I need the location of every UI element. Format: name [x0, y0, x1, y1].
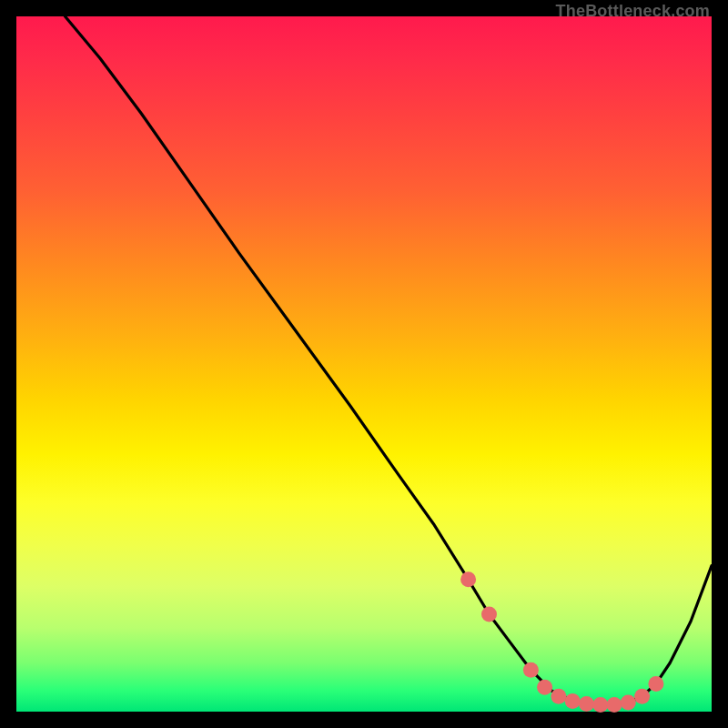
chart-canvas: TheBottleneck.com: [0, 0, 728, 728]
data-dot: [460, 571, 476, 587]
data-dot: [523, 662, 539, 678]
curve-overlay: [16, 16, 712, 712]
data-dot: [607, 697, 622, 713]
data-dot: [537, 680, 552, 695]
data-point-dots: [460, 571, 663, 713]
data-dot: [592, 697, 608, 713]
bottleneck-curve: [66, 16, 713, 704]
data-dot: [621, 695, 636, 711]
data-dot: [648, 676, 663, 692]
data-dot: [579, 696, 594, 712]
data-dot: [634, 689, 650, 704]
data-dot: [565, 693, 581, 709]
data-dot: [551, 689, 566, 704]
data-dot: [481, 607, 497, 622]
